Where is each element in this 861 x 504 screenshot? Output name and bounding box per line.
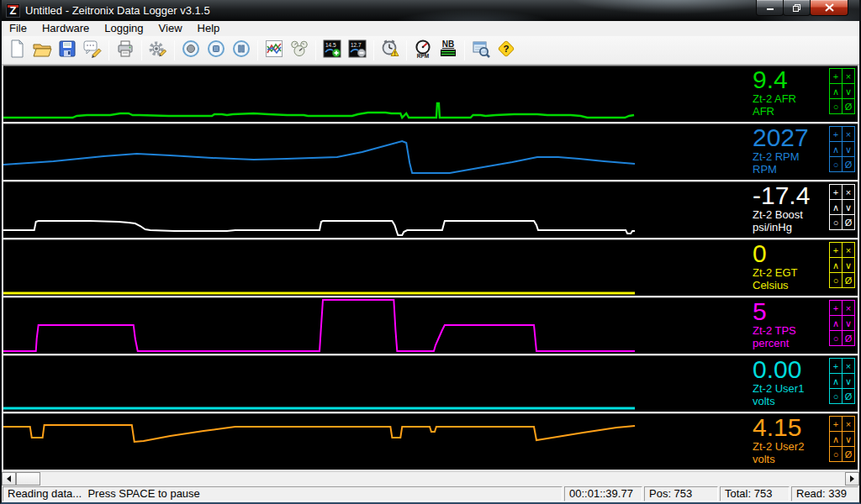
right-arrow-icon bbox=[850, 475, 858, 482]
autoscale-button[interactable]: ○ bbox=[829, 446, 843, 462]
hide-channel-button[interactable]: Ø bbox=[842, 214, 855, 230]
horizontal-scrollbar[interactable] bbox=[2, 471, 859, 486]
remove-display-button[interactable]: 12.7 bbox=[345, 38, 370, 63]
alarm-icon: ! bbox=[380, 39, 400, 62]
window-title: Untitled - Zeitronix Data Logger v3.1.5 bbox=[25, 4, 210, 17]
record-icon bbox=[181, 39, 201, 62]
zoom-in-button[interactable]: + bbox=[829, 126, 843, 142]
hide-channel-button[interactable]: Ø bbox=[842, 330, 855, 346]
narrowband-button[interactable]: NB bbox=[436, 38, 461, 63]
close-button[interactable] bbox=[810, 0, 848, 16]
chart-view-button[interactable] bbox=[261, 38, 287, 63]
autoscale-button[interactable]: ○ bbox=[829, 214, 843, 230]
zoom-in-button[interactable]: + bbox=[829, 416, 843, 432]
scroll-right-button[interactable] bbox=[845, 472, 859, 486]
menu-bar: FileHardwareLoggingViewHelp bbox=[2, 21, 859, 36]
move-up-button[interactable]: ∧ bbox=[829, 431, 843, 447]
rpm-gauge-icon: RPM bbox=[413, 39, 433, 62]
zoom-in-button[interactable]: + bbox=[829, 242, 843, 258]
settings-button[interactable] bbox=[145, 38, 171, 63]
help-button[interactable]: ? bbox=[494, 38, 519, 63]
hide-channel-button[interactable]: Ø bbox=[842, 156, 855, 172]
zoom-in-button[interactable]: + bbox=[829, 68, 843, 84]
autoscale-button[interactable]: ○ bbox=[829, 98, 843, 114]
move-down-button[interactable]: ∨ bbox=[842, 199, 855, 215]
log-viewer-button[interactable] bbox=[468, 38, 494, 63]
status-total: Total: 753 bbox=[720, 486, 790, 501]
save-file-button[interactable] bbox=[55, 38, 80, 63]
narrowband-icon: NB bbox=[438, 39, 458, 62]
move-down-button[interactable]: ∨ bbox=[842, 83, 855, 99]
menu-item-file[interactable]: File bbox=[2, 21, 34, 36]
move-down-button[interactable]: ∨ bbox=[842, 373, 855, 389]
open-file-button[interactable] bbox=[29, 38, 55, 63]
alarm-button[interactable]: ! bbox=[378, 38, 403, 63]
channel-strip-zt-2-afr: 9.4Zt-2 AFRAFR+×∧∨○Ø bbox=[3, 66, 858, 123]
move-up-button[interactable]: ∧ bbox=[829, 373, 843, 389]
zoom-out-button[interactable]: × bbox=[842, 68, 855, 84]
waveform-trace bbox=[3, 357, 858, 411]
gauges-view-button[interactable] bbox=[287, 38, 312, 63]
menu-item-logging[interactable]: Logging bbox=[97, 21, 151, 36]
add-display-button[interactable]: 14.5 bbox=[320, 38, 345, 63]
hide-channel-button[interactable]: Ø bbox=[842, 272, 855, 288]
restore-button[interactable] bbox=[783, 0, 811, 16]
hide-channel-button[interactable]: Ø bbox=[842, 98, 855, 114]
new-file-button[interactable] bbox=[4, 38, 29, 63]
autoscale-button[interactable]: ○ bbox=[829, 330, 843, 346]
channel-strip-zt-2-rpm: 2027Zt-2 RPMRPM+×∧∨○Ø bbox=[3, 123, 858, 181]
zoom-out-button[interactable]: × bbox=[842, 242, 855, 258]
hide-channel-button[interactable]: Ø bbox=[842, 446, 855, 462]
zoom-out-button[interactable]: × bbox=[842, 126, 855, 142]
toolbar-separator bbox=[257, 40, 258, 60]
zoom-out-button[interactable]: × bbox=[842, 358, 855, 374]
menu-item-view[interactable]: View bbox=[151, 21, 190, 36]
move-up-button[interactable]: ∧ bbox=[829, 257, 843, 273]
zoom-out-button[interactable]: × bbox=[842, 184, 855, 200]
move-down-button[interactable]: ∨ bbox=[842, 141, 855, 157]
move-down-button[interactable]: ∨ bbox=[842, 257, 855, 273]
waveform-trace bbox=[3, 67, 858, 121]
menu-item-hardware[interactable]: Hardware bbox=[34, 21, 97, 36]
pause-button[interactable] bbox=[229, 38, 254, 63]
left-arrow-icon bbox=[3, 475, 11, 482]
stop-button[interactable] bbox=[203, 38, 229, 63]
toolbar-separator bbox=[315, 40, 316, 60]
channel-control-grid: +×∧∨○Ø bbox=[830, 69, 855, 114]
minimize-button[interactable] bbox=[756, 0, 784, 16]
zoom-out-button[interactable]: × bbox=[842, 416, 855, 432]
move-up-button[interactable]: ∧ bbox=[829, 141, 843, 157]
scrollbar-thumb[interactable] bbox=[16, 472, 40, 486]
autoscale-button[interactable]: ○ bbox=[829, 272, 843, 288]
print-button[interactable] bbox=[113, 38, 138, 63]
move-up-button[interactable]: ∧ bbox=[829, 315, 843, 331]
zoom-out-button[interactable]: × bbox=[842, 300, 855, 316]
print-icon bbox=[115, 39, 135, 62]
move-down-button[interactable]: ∨ bbox=[842, 431, 855, 447]
autoscale-button[interactable]: ○ bbox=[829, 156, 843, 172]
waveform-trace bbox=[3, 183, 858, 237]
zoom-in-button[interactable]: + bbox=[829, 184, 843, 200]
record-button[interactable] bbox=[178, 38, 203, 63]
hide-channel-button[interactable]: Ø bbox=[842, 388, 855, 404]
waveform-trace bbox=[3, 415, 858, 469]
move-down-button[interactable]: ∨ bbox=[842, 315, 855, 331]
channel-strip-charts: 9.4Zt-2 AFRAFR+×∧∨○Ø2027Zt-2 RPMRPM+×∧∨○… bbox=[2, 65, 859, 471]
waveform-trace bbox=[3, 241, 858, 295]
channel-control-grid: +×∧∨○Ø bbox=[830, 185, 855, 230]
zoom-in-button[interactable]: + bbox=[829, 358, 843, 374]
autoscale-button[interactable]: ○ bbox=[829, 388, 843, 404]
move-up-button[interactable]: ∧ bbox=[829, 83, 843, 99]
svg-text:12.7: 12.7 bbox=[351, 41, 362, 47]
zoom-in-button[interactable]: + bbox=[829, 300, 843, 316]
menu-item-help[interactable]: Help bbox=[190, 21, 228, 36]
open-file-icon bbox=[32, 39, 52, 62]
rpm-gauge-button[interactable]: RPM bbox=[410, 38, 436, 63]
svg-text:NB: NB bbox=[442, 39, 454, 49]
move-up-button[interactable]: ∧ bbox=[829, 199, 843, 215]
title-bar[interactable]: Z Untitled - Zeitronix Data Logger v3.1.… bbox=[2, 0, 859, 21]
minimize-icon bbox=[766, 4, 774, 12]
scroll-left-button[interactable] bbox=[2, 472, 16, 486]
status-read-count: Read: 339 bbox=[791, 486, 858, 501]
edit-annotations-button[interactable] bbox=[80, 38, 105, 63]
